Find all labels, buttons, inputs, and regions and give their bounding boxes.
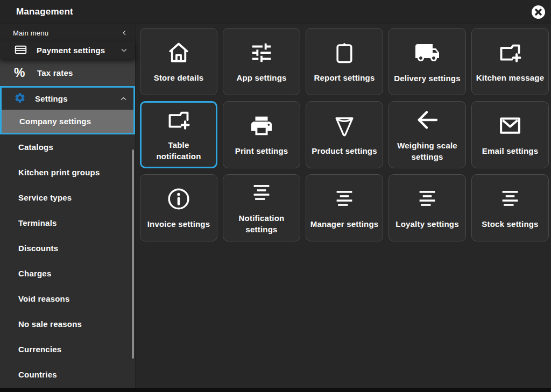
- sidebar-item-label: No sale reasons: [18, 319, 82, 329]
- tile-label: Stock settings: [482, 218, 538, 230]
- tile-kitchen-message[interactable]: Kitchen message: [471, 28, 549, 95]
- arrow-left-icon: [414, 107, 440, 133]
- percent-icon: %: [14, 66, 28, 80]
- text-lines-icon: [415, 187, 440, 211]
- sidebar-item-charges[interactable]: Charges: [0, 261, 135, 286]
- sidebar-item-list: CatalogsKitchen print groupsService type…: [0, 134, 135, 387]
- sidebar-item-no-sale-reasons[interactable]: No sale reasons: [0, 311, 135, 337]
- bottom-bar: [0, 388, 551, 392]
- tile-invoice-settings[interactable]: Invoice settings: [140, 174, 217, 241]
- main-menu-label: Main menu: [13, 29, 120, 37]
- text-lines-icon: [332, 187, 357, 211]
- printer-icon: [249, 113, 274, 138]
- tile-label: Loyalty settings: [395, 218, 458, 230]
- chevron-down-icon: [119, 46, 129, 55]
- sidebar-item-discounts[interactable]: Discounts: [0, 236, 135, 261]
- sidebar-item-tax-rates[interactable]: % Tax rates: [0, 59, 135, 86]
- sidebar-item-label: Void reasons: [18, 294, 69, 303]
- sidebar-item-catalogs[interactable]: Catalogs: [0, 134, 135, 160]
- tile-label: Manager settings: [310, 218, 379, 230]
- info-circle-icon: [166, 187, 191, 211]
- truck-icon: [414, 40, 440, 66]
- tile-label: Delivery settings: [394, 73, 460, 84]
- home-icon: [166, 40, 191, 65]
- sidebar-item-currencies[interactable]: Currencies: [0, 337, 135, 362]
- sidebar-item-label: Tax rates: [37, 68, 129, 77]
- tile-notification-settings[interactable]: Notification settings: [223, 174, 300, 241]
- tile-label: Store details: [154, 72, 204, 83]
- credit-card-icon: [14, 43, 27, 58]
- tile-report-settings[interactable]: Report settings: [306, 28, 383, 95]
- sidebar-item-label: Service types: [18, 193, 72, 202]
- tile-table-notification[interactable]: Table notification: [140, 101, 217, 168]
- sidebar-item-company-settings[interactable]: Company settings: [2, 110, 133, 133]
- sidebar-item-label: Currencies: [18, 345, 61, 354]
- tile-stock-settings[interactable]: Stock settings: [471, 174, 549, 241]
- tile-label: Kitchen message: [476, 72, 544, 83]
- tile-label: Notification settings: [227, 212, 296, 235]
- chevron-left-icon[interactable]: [120, 28, 129, 37]
- clipboard-icon: [333, 40, 356, 65]
- chevron-up-icon: [119, 94, 128, 103]
- main-content: Store detailsApp settingsReport settings…: [136, 24, 551, 388]
- tile-delivery-settings[interactable]: Delivery settings: [388, 28, 466, 95]
- sidebar-item-label: Discounts: [18, 244, 58, 253]
- tile-label: Email settings: [482, 145, 539, 156]
- sidebar-item-label: Payment settings: [37, 46, 119, 55]
- sidebar-item-void-reasons[interactable]: Void reasons: [0, 286, 135, 311]
- tile-label: Report settings: [314, 72, 375, 83]
- tile-app-settings[interactable]: App settings: [223, 28, 300, 95]
- tile-grid: Store detailsApp settingsReport settings…: [140, 28, 549, 241]
- tile-label: Print settings: [235, 145, 288, 156]
- sliders-icon: [249, 40, 274, 65]
- gear-icon: [14, 92, 26, 105]
- tile-print-settings[interactable]: Print settings: [223, 101, 300, 168]
- tile-manager-settings[interactable]: Manager settings: [306, 174, 383, 241]
- settings-group: Settings Company settings: [0, 86, 135, 134]
- sidebar-header: Main menu: [0, 24, 135, 41]
- sidebar-item-kitchen-print-groups[interactable]: Kitchen print groups: [0, 160, 135, 185]
- sidebar: Main menu Payment settings % Tax rates: [0, 24, 136, 388]
- sidebar-item-terminals[interactable]: Terminals: [0, 210, 135, 236]
- tile-label: Invoice settings: [147, 218, 210, 230]
- tile-label: App settings: [236, 72, 286, 83]
- close-icon[interactable]: [532, 5, 545, 19]
- sidebar-item-label: Countries: [18, 370, 57, 379]
- tile-product-settings[interactable]: Product settings: [306, 101, 383, 168]
- sidebar-item-label: Company settings: [19, 117, 91, 126]
- sidebar-item-payment-settings[interactable]: Payment settings: [0, 41, 135, 59]
- tile-label: Table notification: [145, 139, 213, 162]
- tile-weighing-scale-settings[interactable]: Weighing scale settings: [388, 101, 466, 168]
- tile-label: Weighing scale settings: [392, 140, 462, 162]
- title-bar: Management: [0, 0, 551, 24]
- tile-loyalty-settings[interactable]: Loyalty settings: [388, 174, 466, 241]
- tile-store-details[interactable]: Store details: [140, 28, 217, 95]
- tile-email-settings[interactable]: Email settings: [471, 101, 549, 168]
- sidebar-scrollbar[interactable]: [132, 149, 134, 359]
- sidebar-item-settings[interactable]: Settings: [2, 88, 133, 110]
- folder-plus-icon: [166, 108, 191, 132]
- sidebar-item-service-types[interactable]: Service types: [0, 185, 135, 210]
- sidebar-item-countries[interactable]: Countries: [0, 362, 135, 387]
- sidebar-item-label: Catalogs: [18, 142, 53, 152]
- sidebar-item-label: Settings: [35, 94, 119, 103]
- funnel-icon: [332, 113, 357, 138]
- text-lines-icon: [498, 187, 522, 211]
- tile-label: Product settings: [312, 145, 377, 156]
- window-title: Management: [16, 6, 73, 17]
- sidebar-item-label: Terminals: [18, 218, 57, 227]
- folder-plus-icon: [498, 40, 522, 65]
- sidebar-item-label: Kitchen print groups: [18, 168, 100, 177]
- envelope-icon: [498, 113, 522, 138]
- text-lines-icon: [249, 181, 274, 205]
- sidebar-item-label: Charges: [18, 269, 51, 278]
